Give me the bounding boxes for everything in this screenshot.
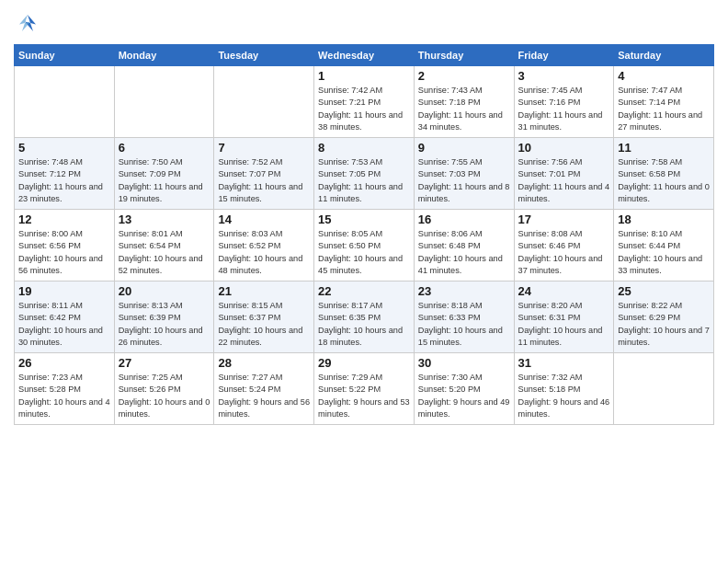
day-number: 17 xyxy=(518,213,610,226)
day-number: 24 xyxy=(518,284,610,298)
calendar-cell: 30Sunrise: 7:30 AM Sunset: 5:20 PM Dayli… xyxy=(414,353,514,425)
day-number: 15 xyxy=(318,213,410,226)
day-info: Sunrise: 8:00 AM Sunset: 6:56 PM Dayligh… xyxy=(18,228,110,277)
day-number: 27 xyxy=(119,356,210,370)
calendar-cell: 25Sunrise: 8:22 AM Sunset: 6:29 PM Dayli… xyxy=(614,282,714,353)
day-info: Sunrise: 8:11 AM Sunset: 6:42 PM Dayligh… xyxy=(18,300,110,349)
day-number: 6 xyxy=(119,141,210,155)
calendar-cell: 2Sunrise: 7:43 AM Sunset: 7:18 PM Daylig… xyxy=(414,66,514,138)
day-info: Sunrise: 7:29 AM Sunset: 5:22 PM Dayligh… xyxy=(318,372,410,420)
day-info: Sunrise: 8:08 AM Sunset: 6:46 PM Dayligh… xyxy=(518,228,610,277)
day-info: Sunrise: 7:55 AM Sunset: 7:03 PM Dayligh… xyxy=(418,156,510,205)
day-info: Sunrise: 7:42 AM Sunset: 7:21 PM Dayligh… xyxy=(318,85,410,133)
day-number: 18 xyxy=(618,213,710,226)
logo xyxy=(14,9,45,37)
day-number: 3 xyxy=(518,69,610,83)
day-number: 8 xyxy=(318,141,410,155)
calendar-cell xyxy=(114,66,214,138)
calendar-cell: 9Sunrise: 7:55 AM Sunset: 7:03 PM Daylig… xyxy=(414,138,514,210)
day-number: 9 xyxy=(418,141,510,155)
calendar-cell: 6Sunrise: 7:50 AM Sunset: 7:09 PM Daylig… xyxy=(114,138,214,210)
calendar-cell: 28Sunrise: 7:27 AM Sunset: 5:24 PM Dayli… xyxy=(214,353,314,425)
calendar-cell: 18Sunrise: 8:10 AM Sunset: 6:44 PM Dayli… xyxy=(614,210,714,282)
day-number: 4 xyxy=(618,69,710,83)
weekday-header: Friday xyxy=(514,45,614,66)
day-number: 25 xyxy=(618,284,710,298)
calendar-cell: 11Sunrise: 7:58 AM Sunset: 6:58 PM Dayli… xyxy=(614,138,714,210)
day-info: Sunrise: 7:56 AM Sunset: 7:01 PM Dayligh… xyxy=(518,156,610,205)
calendar-table: SundayMondayTuesdayWednesdayThursdayFrid… xyxy=(14,44,714,425)
day-info: Sunrise: 8:15 AM Sunset: 6:37 PM Dayligh… xyxy=(218,300,310,349)
header xyxy=(14,9,714,37)
day-info: Sunrise: 7:47 AM Sunset: 7:14 PM Dayligh… xyxy=(618,85,710,133)
day-number: 23 xyxy=(418,284,510,298)
day-number: 31 xyxy=(518,356,610,370)
calendar-cell: 23Sunrise: 8:18 AM Sunset: 6:33 PM Dayli… xyxy=(414,282,514,353)
calendar-cell: 17Sunrise: 8:08 AM Sunset: 6:46 PM Dayli… xyxy=(514,210,614,282)
calendar-cell: 15Sunrise: 8:05 AM Sunset: 6:50 PM Dayli… xyxy=(314,210,415,282)
day-number: 5 xyxy=(18,141,110,155)
weekday-header: Wednesday xyxy=(314,45,415,66)
calendar-cell: 16Sunrise: 8:06 AM Sunset: 6:48 PM Dayli… xyxy=(414,210,514,282)
calendar-cell: 12Sunrise: 8:00 AM Sunset: 6:56 PM Dayli… xyxy=(15,210,115,282)
weekday-header: Sunday xyxy=(15,45,115,66)
day-info: Sunrise: 8:18 AM Sunset: 6:33 PM Dayligh… xyxy=(418,300,510,349)
day-info: Sunrise: 7:43 AM Sunset: 7:18 PM Dayligh… xyxy=(418,85,510,133)
day-number: 14 xyxy=(218,213,310,226)
calendar-week-row: 12Sunrise: 8:00 AM Sunset: 6:56 PM Dayli… xyxy=(15,210,714,282)
page: SundayMondayTuesdayWednesdayThursdayFrid… xyxy=(0,0,728,563)
day-number: 16 xyxy=(418,213,510,226)
day-number: 28 xyxy=(218,356,310,370)
day-number: 11 xyxy=(618,141,710,155)
calendar-cell: 21Sunrise: 8:15 AM Sunset: 6:37 PM Dayli… xyxy=(214,282,314,353)
day-number: 22 xyxy=(318,284,410,298)
calendar-week-row: 19Sunrise: 8:11 AM Sunset: 6:42 PM Dayli… xyxy=(15,282,714,353)
day-number: 21 xyxy=(218,284,310,298)
calendar-week-row: 1Sunrise: 7:42 AM Sunset: 7:21 PM Daylig… xyxy=(15,66,714,138)
calendar-cell: 3Sunrise: 7:45 AM Sunset: 7:16 PM Daylig… xyxy=(514,66,614,138)
calendar-cell: 19Sunrise: 8:11 AM Sunset: 6:42 PM Dayli… xyxy=(15,282,115,353)
day-info: Sunrise: 7:27 AM Sunset: 5:24 PM Dayligh… xyxy=(218,372,310,420)
calendar-cell: 22Sunrise: 8:17 AM Sunset: 6:35 PM Dayli… xyxy=(314,282,415,353)
calendar-cell xyxy=(15,66,115,138)
logo-icon xyxy=(14,9,41,37)
calendar-cell: 8Sunrise: 7:53 AM Sunset: 7:05 PM Daylig… xyxy=(314,138,415,210)
calendar-cell: 7Sunrise: 7:52 AM Sunset: 7:07 PM Daylig… xyxy=(214,138,314,210)
calendar-cell: 26Sunrise: 7:23 AM Sunset: 5:28 PM Dayli… xyxy=(15,353,115,425)
calendar-cell xyxy=(614,353,714,425)
day-number: 26 xyxy=(18,356,110,370)
calendar-cell: 13Sunrise: 8:01 AM Sunset: 6:54 PM Dayli… xyxy=(114,210,214,282)
calendar-cell: 20Sunrise: 8:13 AM Sunset: 6:39 PM Dayli… xyxy=(114,282,214,353)
day-number: 20 xyxy=(119,284,210,298)
calendar-cell: 10Sunrise: 7:56 AM Sunset: 7:01 PM Dayli… xyxy=(514,138,614,210)
calendar-header-row: SundayMondayTuesdayWednesdayThursdayFrid… xyxy=(15,45,714,66)
day-info: Sunrise: 7:52 AM Sunset: 7:07 PM Dayligh… xyxy=(218,156,310,205)
calendar-cell: 31Sunrise: 7:32 AM Sunset: 5:18 PM Dayli… xyxy=(514,353,614,425)
day-number: 30 xyxy=(418,356,510,370)
calendar-week-row: 5Sunrise: 7:48 AM Sunset: 7:12 PM Daylig… xyxy=(15,138,714,210)
day-number: 13 xyxy=(119,213,210,226)
day-number: 12 xyxy=(18,213,110,226)
day-info: Sunrise: 8:06 AM Sunset: 6:48 PM Dayligh… xyxy=(418,228,510,277)
day-info: Sunrise: 8:20 AM Sunset: 6:31 PM Dayligh… xyxy=(518,300,610,349)
day-info: Sunrise: 8:10 AM Sunset: 6:44 PM Dayligh… xyxy=(618,228,710,277)
day-info: Sunrise: 7:50 AM Sunset: 7:09 PM Dayligh… xyxy=(119,156,210,205)
day-number: 1 xyxy=(318,69,410,83)
calendar-cell: 27Sunrise: 7:25 AM Sunset: 5:26 PM Dayli… xyxy=(114,353,214,425)
day-number: 2 xyxy=(418,69,510,83)
calendar-cell: 5Sunrise: 7:48 AM Sunset: 7:12 PM Daylig… xyxy=(15,138,115,210)
calendar-cell: 24Sunrise: 8:20 AM Sunset: 6:31 PM Dayli… xyxy=(514,282,614,353)
day-info: Sunrise: 8:17 AM Sunset: 6:35 PM Dayligh… xyxy=(318,300,410,349)
calendar-cell: 1Sunrise: 7:42 AM Sunset: 7:21 PM Daylig… xyxy=(314,66,415,138)
weekday-header: Thursday xyxy=(414,45,514,66)
day-number: 19 xyxy=(18,284,110,298)
calendar-cell xyxy=(214,66,314,138)
calendar-cell: 29Sunrise: 7:29 AM Sunset: 5:22 PM Dayli… xyxy=(314,353,415,425)
day-info: Sunrise: 7:48 AM Sunset: 7:12 PM Dayligh… xyxy=(18,156,110,205)
day-info: Sunrise: 7:32 AM Sunset: 5:18 PM Dayligh… xyxy=(518,372,610,420)
day-info: Sunrise: 8:01 AM Sunset: 6:54 PM Dayligh… xyxy=(119,228,210,277)
weekday-header: Tuesday xyxy=(214,45,314,66)
day-info: Sunrise: 8:03 AM Sunset: 6:52 PM Dayligh… xyxy=(218,228,310,277)
day-info: Sunrise: 7:58 AM Sunset: 6:58 PM Dayligh… xyxy=(618,156,710,205)
calendar-week-row: 26Sunrise: 7:23 AM Sunset: 5:28 PM Dayli… xyxy=(15,353,714,425)
